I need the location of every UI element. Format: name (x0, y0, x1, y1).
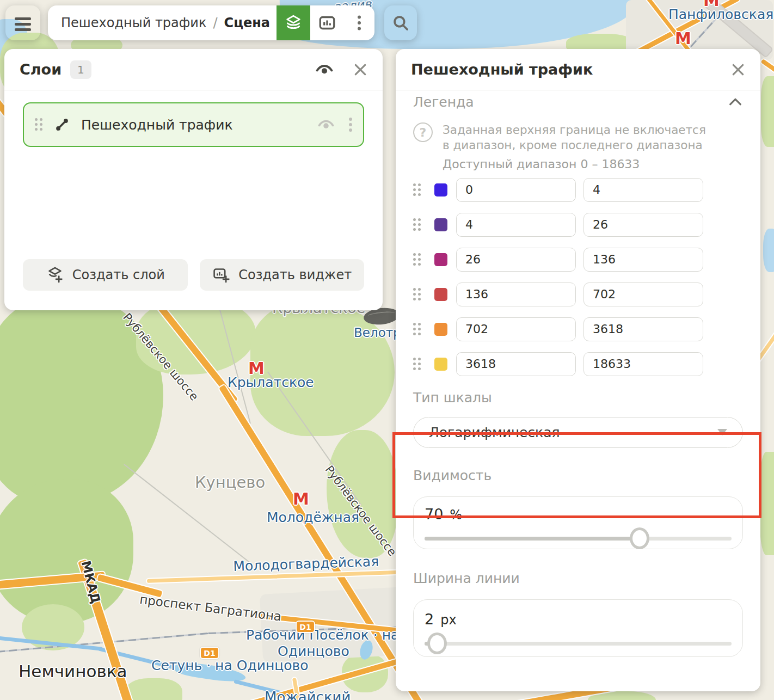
eye-icon (316, 117, 336, 132)
map-label: Крылатское (228, 376, 314, 389)
visibility-unit: % (450, 507, 462, 523)
slider-thumb[interactable] (427, 633, 447, 654)
more-options-button[interactable] (344, 5, 374, 40)
search-button[interactable] (384, 5, 417, 40)
layers-plus-icon (46, 266, 64, 284)
range-from-input[interactable] (456, 213, 576, 237)
route-icon (54, 116, 70, 133)
collapse-legend-button[interactable] (728, 96, 743, 107)
legend-hint: Заданная верхняя граница не включается в… (443, 122, 709, 153)
metro-icon: М (703, 0, 720, 9)
drag-handle-icon[interactable] (413, 288, 421, 301)
drag-handle-icon[interactable] (413, 218, 421, 231)
chevron-down-icon (717, 429, 727, 435)
chevron-up-icon (728, 96, 743, 107)
color-swatch[interactable] (434, 358, 447, 371)
park-strip (760, 452, 774, 555)
create-layer-label: Создать слой (72, 267, 165, 283)
scale-type-label: Тип шкалы (413, 390, 743, 406)
toggle-all-layers-visibility-button[interactable] (314, 62, 335, 78)
range-from-input[interactable] (456, 317, 576, 341)
water-patch (763, 229, 774, 272)
legend-row (413, 317, 743, 341)
legend-row (413, 178, 743, 202)
menu-button[interactable] (5, 5, 40, 40)
range-from-input[interactable] (456, 352, 576, 376)
eye-icon (314, 62, 335, 78)
line-width-unit: px (440, 612, 456, 628)
color-swatch[interactable] (434, 218, 447, 231)
breadcrumb-separator: / (213, 15, 217, 30)
drag-handle-icon[interactable] (413, 323, 421, 336)
range-to-input[interactable] (583, 213, 703, 237)
color-swatch[interactable] (434, 253, 447, 266)
map-label: Сетунь · на Одинцово (151, 659, 309, 672)
settings-panel-title: Пешеходный трафик (411, 61, 593, 78)
line-width-label: Ширина линии (413, 570, 743, 587)
breadcrumb: Пешеходный трафик / Сцена (48, 5, 374, 40)
layers-panel-title: Слои (20, 61, 62, 78)
color-swatch[interactable] (434, 323, 447, 336)
color-swatch[interactable] (434, 288, 447, 301)
range-to-input[interactable] (583, 317, 703, 341)
layers-panel: Слои 1 Пешеходный трафик (4, 49, 383, 310)
visibility-value: 70 (425, 506, 443, 523)
menu-icon (15, 17, 31, 20)
widgets-mode-button[interactable] (310, 5, 344, 40)
range-to-input[interactable] (583, 352, 703, 376)
d1-line-badge: D1 (200, 647, 219, 659)
layer-item[interactable]: Пешеходный трафик (23, 102, 364, 147)
map-label: Кунцево (195, 475, 265, 490)
close-settings-panel-button[interactable] (731, 63, 745, 77)
widget-plus-icon (212, 266, 230, 284)
create-layer-button[interactable]: Создать слой (23, 259, 188, 291)
line-width-slider[interactable] (425, 642, 732, 646)
layers-count-badge: 1 (70, 60, 91, 79)
breadcrumb-current: Сцена (224, 15, 270, 30)
visibility-card: 70 % (413, 496, 743, 549)
visibility-slider[interactable] (425, 537, 732, 541)
map-label: Молодёжная (267, 511, 359, 524)
map-label: Одинцово (278, 644, 349, 658)
park-strip (761, 76, 774, 147)
range-from-input[interactable] (456, 248, 576, 272)
d1-line-badge: D1 (296, 621, 315, 633)
range-to-input[interactable] (583, 248, 703, 272)
scale-type-select[interactable]: Логарифмическая (413, 417, 743, 448)
help-icon: ? (413, 122, 433, 142)
drag-handle-icon[interactable] (413, 253, 421, 266)
line-width-card: 2 px (413, 599, 743, 657)
range-to-input[interactable] (583, 283, 703, 306)
map-label: Рабочий Посёлок · на (246, 628, 399, 642)
line-width-value: 2 (425, 611, 434, 628)
breadcrumb-text: Пешеходный трафик / Сцена (48, 15, 270, 30)
visibility-label: Видимость (413, 468, 743, 484)
legend-row (413, 283, 743, 306)
map-label: Можайский (265, 690, 351, 700)
breadcrumb-parent[interactable]: Пешеходный трафик (61, 15, 206, 30)
close-icon (353, 63, 367, 77)
map-label: Панфиловская (668, 8, 773, 21)
layer-settings-panel: Пешеходный трафик Легенда ? Заданная вер… (396, 49, 760, 691)
layer-options-button[interactable] (349, 118, 352, 132)
range-from-input[interactable] (456, 283, 576, 306)
scale-type-value: Логарифмическая (429, 425, 560, 440)
layers-icon (284, 14, 303, 32)
drag-handle-icon[interactable] (413, 358, 421, 371)
layer-name: Пешеходный трафик (81, 117, 233, 133)
close-icon (731, 63, 745, 77)
legend-row (413, 213, 743, 237)
available-range: Доступный диапазон 0 – 18633 (443, 157, 743, 173)
create-widget-button[interactable]: Создать виджет (200, 259, 365, 291)
close-layers-panel-button[interactable] (353, 63, 367, 77)
color-swatch[interactable] (434, 183, 447, 197)
slider-thumb[interactable] (630, 527, 649, 549)
range-from-input[interactable] (456, 178, 576, 202)
layers-mode-button[interactable] (277, 5, 310, 40)
range-to-input[interactable] (583, 178, 703, 202)
drag-handle-icon[interactable] (35, 118, 43, 131)
layer-visibility-button[interactable] (316, 117, 336, 132)
kebab-icon (352, 15, 366, 31)
metro-icon: М (675, 30, 691, 47)
drag-handle-icon[interactable] (413, 183, 421, 197)
